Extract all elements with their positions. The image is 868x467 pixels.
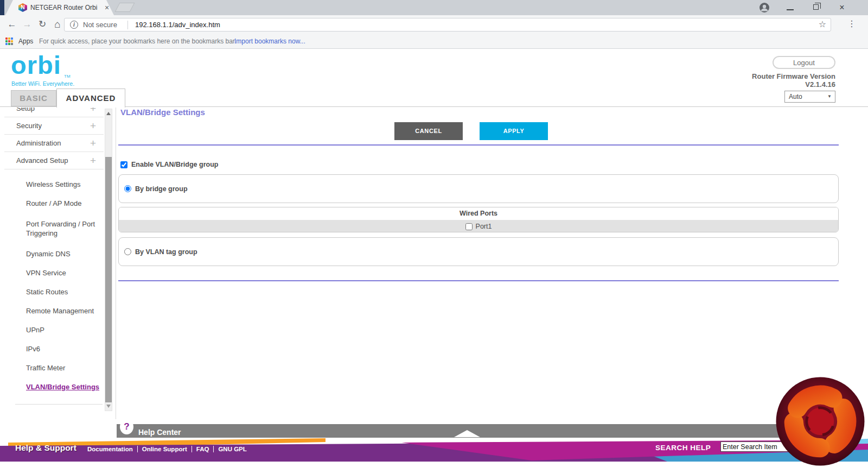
sidebar-item-port-forwarding[interactable]: Port Forwarding / Port Triggering: [0, 213, 105, 244]
port1-label: Port1: [476, 223, 492, 230]
purple-rule-top: [118, 144, 839, 146]
sidebar-item-dynamic-dns[interactable]: Dynamic DNS: [0, 244, 105, 263]
sidebar-item-vlan-bridge-settings[interactable]: VLAN/Bridge Settings: [0, 377, 105, 396]
bridge-group-radio[interactable]: [124, 185, 131, 192]
browser-tab-strip: N NETGEAR Router Orbi × ×: [0, 0, 868, 15]
chevron-down-icon: ▼: [827, 91, 832, 102]
sidebar-divider: [15, 404, 103, 405]
expand-plus-icon[interactable]: +: [90, 120, 100, 132]
sidebar: Setup + Security + Administration + Adva…: [0, 108, 105, 412]
bookmarks-hint: For quick access, place your bookmarks h…: [39, 37, 237, 45]
window-edge: [0, 0, 4, 15]
search-help-label: SEARCH HELP: [655, 444, 711, 452]
cancel-button[interactable]: CANCEL: [394, 122, 463, 140]
info-icon[interactable]: i: [70, 21, 78, 29]
minimize-button[interactable]: [777, 0, 802, 15]
collapse-triangle-icon[interactable]: [454, 430, 480, 437]
expand-plus-icon[interactable]: +: [90, 137, 100, 149]
enable-vlan-checkbox[interactable]: [120, 161, 127, 168]
gnu-gpl-link[interactable]: GNU GPL: [213, 446, 251, 452]
purple-rule-bottom: [118, 280, 839, 281]
netgear-favicon-icon: N: [18, 3, 27, 12]
window-close-button[interactable]: ×: [829, 0, 854, 15]
orbi-logo-tm: TM: [64, 74, 71, 79]
sidebar-item-wireless-settings[interactable]: Wireless Settings: [0, 175, 105, 194]
port1-checkbox[interactable]: [465, 223, 473, 230]
swirl-ball-logo: [775, 376, 866, 467]
import-bookmarks-link[interactable]: Import bookmarks now...: [234, 37, 305, 45]
back-icon[interactable]: ←: [4, 17, 20, 32]
url-text[interactable]: 192.168.1.1/adv_index.htm: [135, 21, 220, 29]
expand-plus-icon[interactable]: +: [90, 108, 100, 115]
footer: Help & Support Documentation Online Supp…: [0, 438, 868, 467]
browser-menu-icon[interactable]: ⋮: [845, 18, 858, 29]
tab-advanced[interactable]: ADVANCED: [56, 89, 125, 108]
help-support-title: Help & Support: [15, 443, 76, 453]
sidebar-item-security[interactable]: Security +: [4, 117, 104, 135]
firmware-label: Router Firmware Version: [752, 72, 835, 80]
enable-vlan-row: Enable VLAN/Bridge group: [120, 161, 218, 168]
profile-icon[interactable]: [752, 0, 777, 15]
bridge-group-label: By bridge group: [135, 185, 188, 193]
screen: N NETGEAR Router Orbi × × ← → ↻ ⌂ i Not …: [0, 0, 868, 467]
sidebar-item-advanced-setup[interactable]: Advanced Setup +: [4, 152, 104, 169]
apps-label[interactable]: Apps: [18, 37, 33, 45]
apply-button[interactable]: APPLY: [480, 122, 548, 140]
address-bar[interactable]: i Not secure 192.168.1.1/adv_index.htm ☆: [64, 18, 831, 31]
browser-toolbar: ← → ↻ ⌂ i Not secure 192.168.1.1/adv_ind…: [0, 15, 868, 34]
language-dropdown[interactable]: Auto ▼: [784, 91, 835, 103]
orbi-tagline: Better WiFi. Everywhere.: [11, 80, 74, 87]
expand-plus-icon[interactable]: +: [90, 155, 100, 167]
sidebar-item-remote-management[interactable]: Remote Management: [0, 301, 105, 320]
sidebar-item-vpn-service[interactable]: VPN Service: [0, 263, 105, 282]
forward-icon: →: [20, 17, 35, 32]
sidebar-item-router-ap-mode[interactable]: Router / AP Mode: [0, 194, 105, 213]
vlan-tag-group-label: By VLAN tag group: [135, 248, 197, 256]
vlan-tag-group-radio[interactable]: [124, 248, 131, 255]
footer-links: Documentation Online Support FAQ GNU GPL: [83, 446, 251, 452]
orbi-logo: orbi: [11, 50, 61, 80]
page-title: VLAN/Bridge Settings: [120, 108, 205, 117]
reload-icon[interactable]: ↻: [35, 17, 50, 32]
new-tab-button[interactable]: [114, 3, 135, 12]
sidebar-content-divider: [116, 107, 116, 419]
bookmark-star-icon[interactable]: ☆: [819, 19, 826, 29]
sidebar-item-setup[interactable]: Setup +: [4, 108, 104, 117]
sidebar-item-administration[interactable]: Administration +: [4, 135, 104, 152]
sidebar-item-ipv6[interactable]: IPv6: [0, 339, 105, 358]
bridge-group-box: By bridge group: [118, 174, 839, 203]
header-rule: [0, 106, 868, 107]
faq-link[interactable]: FAQ: [192, 446, 214, 452]
scrollbar-thumb[interactable]: [105, 157, 112, 402]
help-question-icon: ?: [120, 419, 133, 434]
security-label: Not secure: [83, 21, 117, 29]
table-row: Port1: [119, 220, 838, 232]
firmware-version: V2.1.4.16: [805, 80, 835, 89]
maximize-button[interactable]: [803, 0, 828, 15]
logout-button[interactable]: Logout: [773, 56, 835, 69]
tab-close-icon[interactable]: ×: [102, 3, 112, 12]
profile-glyph: [759, 2, 770, 13]
sidebar-item-upnp[interactable]: UPnP: [0, 320, 105, 339]
wired-ports-header: Wired Ports: [119, 207, 838, 220]
tab-basic[interactable]: BASIC: [11, 90, 56, 106]
home-icon[interactable]: ⌂: [50, 17, 65, 32]
enable-vlan-label: Enable VLAN/Bridge group: [131, 161, 218, 168]
documentation-link[interactable]: Documentation: [83, 446, 137, 452]
online-support-link[interactable]: Online Support: [137, 446, 192, 452]
sidebar-item-static-routes[interactable]: Static Routes: [0, 282, 105, 301]
wired-ports-table: Wired Ports Port1: [118, 207, 839, 232]
language-selected: Auto: [789, 93, 802, 100]
sidebar-scrollbar[interactable]: [105, 109, 112, 411]
vlan-tag-group-box: By VLAN tag group: [118, 237, 839, 266]
tab-title: NETGEAR Router Orbi: [30, 4, 97, 11]
browser-tab[interactable]: N NETGEAR Router Orbi ×: [5, 0, 114, 15]
scroll-down-icon[interactable]: [106, 405, 111, 408]
apps-grid-icon[interactable]: [5, 37, 13, 45]
scroll-up-icon[interactable]: [106, 112, 111, 115]
bookmarks-bar: Apps For quick access, place your bookma…: [0, 34, 868, 49]
omnibox-separator: [127, 21, 128, 29]
sidebar-item-traffic-meter[interactable]: Traffic Meter: [0, 358, 105, 377]
